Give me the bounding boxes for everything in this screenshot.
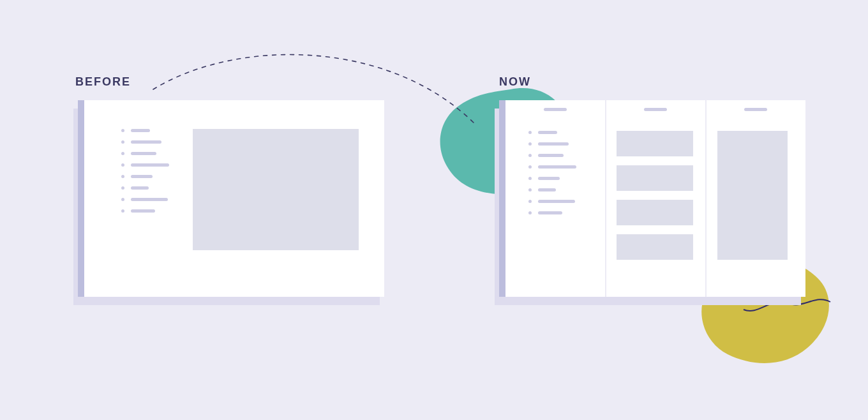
list-item (528, 165, 586, 169)
divider-2 (705, 100, 707, 297)
bullet-icon (528, 165, 532, 169)
list-item (528, 177, 586, 180)
before-panel (78, 100, 384, 297)
bullet-icon (121, 175, 124, 178)
bullet-icon (121, 186, 124, 190)
list-item (121, 129, 179, 132)
before-sidebar (121, 129, 179, 221)
center-block-4 (617, 234, 693, 260)
skeleton-line (131, 186, 149, 190)
skeleton-line (538, 154, 564, 157)
skeleton-line (538, 142, 569, 146)
tab-notch-1 (544, 108, 567, 111)
center-block-3 (617, 200, 693, 225)
bullet-icon (528, 154, 532, 157)
bullet-icon (528, 211, 532, 214)
skeleton-line (538, 165, 576, 169)
list-item (528, 188, 586, 191)
list-item (528, 131, 586, 134)
skeleton-line (131, 175, 153, 178)
list-item (528, 154, 586, 157)
skeleton-line (131, 163, 169, 167)
skeleton-line (131, 152, 156, 155)
center-block-2 (617, 165, 693, 191)
skeleton-line (538, 131, 557, 134)
bullet-icon (528, 142, 532, 146)
skeleton-line (131, 140, 161, 144)
now-right-block (717, 131, 788, 260)
skeleton-line (131, 198, 168, 201)
before-label: BEFORE (75, 75, 131, 89)
center-block-1 (617, 131, 693, 156)
list-item (121, 198, 179, 201)
before-content-block (193, 129, 359, 250)
bullet-icon (528, 131, 532, 134)
skeleton-line (538, 211, 562, 214)
skeleton-line (131, 209, 155, 213)
list-item (528, 211, 586, 214)
skeleton-line (538, 200, 575, 203)
now-panel (499, 100, 805, 297)
bullet-icon (528, 177, 532, 180)
bullet-icon (528, 188, 532, 191)
list-item (528, 142, 586, 146)
bullet-icon (121, 163, 124, 167)
now-label: NOW (499, 75, 531, 89)
list-item (121, 140, 179, 144)
bullet-icon (121, 152, 124, 155)
list-item (121, 186, 179, 190)
before-rail (78, 100, 84, 297)
now-center-stack (617, 131, 693, 260)
bullet-icon (121, 129, 124, 132)
bullet-icon (121, 209, 124, 213)
tab-notch-2 (644, 108, 667, 111)
bullet-icon (528, 200, 532, 203)
bullet-icon (121, 140, 124, 144)
list-item (121, 209, 179, 213)
skeleton-line (538, 177, 560, 180)
tab-notch-3 (744, 108, 767, 111)
divider-1 (605, 100, 606, 297)
skeleton-line (131, 129, 150, 132)
list-item (121, 152, 179, 155)
now-sidebar (528, 131, 586, 223)
bullet-icon (121, 198, 124, 201)
list-item (121, 175, 179, 178)
list-item (121, 163, 179, 167)
now-rail (499, 100, 505, 297)
skeleton-line (538, 188, 556, 191)
list-item (528, 200, 586, 203)
